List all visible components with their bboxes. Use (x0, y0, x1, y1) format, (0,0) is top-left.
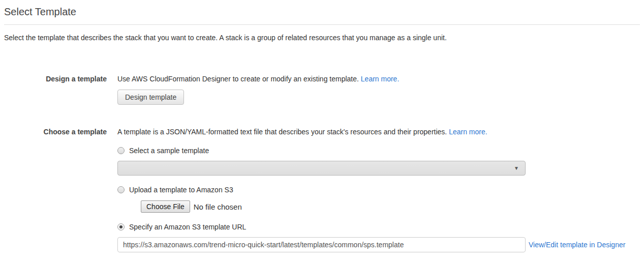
design-template-button[interactable]: Design template (117, 90, 184, 105)
page-description: Select the template that describes the s… (4, 34, 640, 42)
page-title: Select Template (4, 0, 640, 18)
view-edit-designer-link[interactable]: View/Edit template in Designer (529, 241, 625, 249)
sample-template-select[interactable]: ▼ (117, 161, 526, 176)
radio-button-icon[interactable] (117, 186, 125, 193)
design-template-description: Use AWS CloudFormation Designer to creat… (117, 75, 361, 83)
radio-button-icon[interactable] (117, 147, 125, 154)
radio-option-specify-url[interactable]: Specify an Amazon S3 template URL (117, 223, 640, 231)
file-upload-row: Choose File No file chosen (141, 200, 640, 213)
template-url-input[interactable] (117, 237, 526, 252)
select-template-page: Select Template Select the template that… (0, 0, 644, 252)
radio-option-label: Upload a template to Amazon S3 (129, 186, 233, 194)
file-status-text: No file chosen (194, 203, 242, 211)
radio-option-sample-template[interactable]: Select a sample template (117, 147, 640, 155)
choose-template-label: Choose a template (4, 127, 107, 252)
radio-option-upload-template[interactable]: Upload a template to Amazon S3 (117, 186, 640, 194)
choose-file-button[interactable]: Choose File (141, 200, 190, 213)
design-template-label: Design a template (4, 74, 107, 105)
template-url-row: View/Edit template in Designer (117, 237, 640, 252)
choose-learn-more-link[interactable]: Learn more. (449, 128, 487, 136)
radio-option-label: Specify an Amazon S3 template URL (129, 223, 246, 231)
select-template-form: Design a template Use AWS CloudFormation… (4, 74, 640, 252)
radio-option-label: Select a sample template (129, 147, 209, 155)
radio-button-icon[interactable] (117, 223, 125, 230)
title-divider (4, 24, 640, 25)
design-template-row: Design a template Use AWS CloudFormation… (4, 74, 640, 105)
chevron-down-icon: ▼ (514, 166, 519, 171)
choose-template-row: Choose a template A template is a JSON/Y… (4, 127, 640, 252)
design-learn-more-link[interactable]: Learn more. (361, 75, 399, 83)
choose-template-description: A template is a JSON/YAML-formatted text… (117, 128, 449, 136)
